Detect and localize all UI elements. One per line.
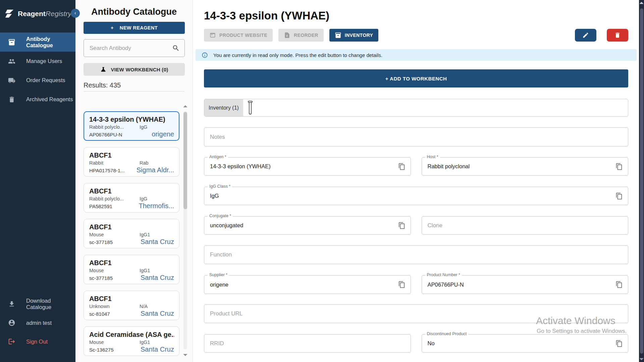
scroll-down-icon[interactable] <box>639 358 644 361</box>
clone-placeholder: Clone <box>422 217 628 234</box>
antibody-card[interactable]: Acid Ceramidase (ASA ge... MouseIgG1 Sc-… <box>84 326 179 356</box>
account-circle-icon <box>8 319 15 326</box>
copy-icon[interactable] <box>615 340 623 347</box>
antibody-card[interactable]: ABCF1 MouseIgG1 sc-377185Santa Cruz <box>84 219 179 248</box>
product-number-label: Product Number * <box>425 273 462 277</box>
antibody-card[interactable]: ABCF1 MouseIgG1 sc-377185Santa Cruz <box>84 255 179 284</box>
new-reagent-label: NEW REAGENT <box>120 25 158 31</box>
antibody-card[interactable]: ABCF1 Rabbit polyclo...IgG PA582591Therm… <box>84 183 179 213</box>
product-number-field[interactable]: Product Number * AP06766PU-N <box>422 275 629 294</box>
rrid-placeholder: RRID <box>204 335 411 352</box>
card-supplier: Santa Cruz <box>141 346 174 353</box>
catalogue-title: Antibody Catalogue <box>75 7 193 17</box>
host-value: Rabbit polyclonal <box>422 158 628 175</box>
brand-name: ReagentRegistry <box>18 10 71 18</box>
sidebar-item-archived-reagents[interactable]: Archived Reagents <box>0 90 75 109</box>
clone-field[interactable]: Clone <box>422 216 629 235</box>
card-igg-class: IgG <box>140 124 147 130</box>
host-field[interactable]: Host * Rabbit polyclonal <box>422 157 629 176</box>
scroll-up-icon[interactable] <box>639 1 644 4</box>
copy-icon[interactable] <box>398 281 406 288</box>
card-host: Mouse <box>89 232 140 237</box>
sidebar-item-manage-users[interactable]: Manage Users <box>0 52 75 71</box>
sidebar-item-sign-out[interactable]: Sign Out <box>0 332 75 351</box>
card-product-code: HPA017578-1... <box>89 168 125 173</box>
antibody-card[interactable]: ABCF1 RabbitRab HPA017578-1...Sigma Aldr… <box>84 147 179 177</box>
reorder-button[interactable]: REORDER <box>278 29 324 42</box>
sidebar-item-label: Archived Reagents <box>26 96 73 103</box>
discontinued-label: Discontinued Product <box>425 331 469 336</box>
sidebar-item-antibody-catalogue[interactable]: Antibody Catalogue <box>0 33 75 52</box>
igg-class-field[interactable]: IgG Class * IgG <box>204 187 628 205</box>
product-website-button[interactable]: PRODUCT WEBSITE <box>204 29 273 42</box>
file-dollar-icon <box>284 32 290 39</box>
search-icon <box>172 44 180 52</box>
copy-icon[interactable] <box>398 163 406 170</box>
product-number-value: AP06766PU-N <box>422 276 628 294</box>
inventory-section: Inventory (1) <box>204 99 628 117</box>
sidebar-item-download-catalogue[interactable]: Download Catalogue <box>0 295 75 313</box>
product-url-field[interactable]: Product URL <box>204 304 628 323</box>
card-name: ABCF1 <box>89 259 174 267</box>
info-icon <box>202 52 208 58</box>
antigen-label: Antigen * <box>208 155 228 159</box>
card-name: Acid Ceramidase (ASA ge... <box>89 331 174 339</box>
discontinued-product-field[interactable]: Discontinued Product No <box>422 334 629 353</box>
new-reagent-button[interactable]: + NEW REAGENT <box>84 22 185 34</box>
search-input[interactable]: Search Antibody <box>84 39 185 57</box>
card-host: Rabbit polyclo... <box>89 196 140 201</box>
window-scrollbar[interactable] <box>639 0 644 362</box>
sidebar-item-user-account[interactable]: admin test <box>0 313 75 332</box>
antibody-card-list: 14-3-3 epsilon (YWHAE) Rabbit polyclo...… <box>84 111 179 356</box>
add-to-workbench-button[interactable]: + ADD TO WORKBENCH <box>204 69 628 87</box>
antibody-card[interactable]: 14-3-3 epsilon (YWHAE) Rabbit polyclo...… <box>84 111 179 141</box>
scroll-up-icon[interactable] <box>183 105 188 108</box>
inventory-box-icon <box>8 39 15 46</box>
inventory-button[interactable]: INVENTORY <box>329 29 379 42</box>
card-igg-class: IgG <box>140 196 147 201</box>
card-supplier: Sigma Aldr... <box>137 166 174 174</box>
copy-icon[interactable] <box>615 163 623 170</box>
inventory-tab[interactable]: Inventory (1) <box>204 99 243 116</box>
sidebar: ReagentRegistry Antibody Catalogue Manag… <box>0 0 75 362</box>
view-workbench-button[interactable]: VIEW WORKBENCH (0) <box>84 63 185 76</box>
plus-icon: + <box>111 25 114 31</box>
notes-field[interactable]: Notes <box>204 127 628 146</box>
delete-button[interactable] <box>607 29 628 42</box>
scrollbar-thumb[interactable] <box>183 112 187 209</box>
download-icon <box>8 300 15 308</box>
sidebar-item-label: Antibody Catalogue <box>26 36 75 49</box>
antibody-card[interactable]: ABCF1 UnknownN/A sc-81047Santa Cruz <box>84 291 179 320</box>
edit-button[interactable] <box>575 29 596 42</box>
conjugate-value: unconjugated <box>204 217 411 234</box>
copy-icon[interactable] <box>615 192 623 200</box>
sidebar-item-order-requests[interactable]: Order Requests <box>0 71 75 90</box>
divider <box>84 91 184 92</box>
search-placeholder: Search Antibody <box>90 45 172 52</box>
card-product-code: sc-81047 <box>89 311 110 317</box>
trash-icon <box>614 32 621 39</box>
list-scrollbar[interactable] <box>183 106 187 355</box>
people-icon <box>8 58 15 65</box>
sidebar-item-label: Manage Users <box>26 58 62 64</box>
sidebar-item-label: Sign Out <box>26 339 48 345</box>
product-url-placeholder: Product URL <box>204 305 628 323</box>
antigen-field[interactable]: Antigen * 14-3-3 epsilon (YWHAE) <box>204 157 411 176</box>
scrollbar-thumb[interactable] <box>640 8 643 354</box>
function-field[interactable]: Function <box>204 245 628 264</box>
copy-icon[interactable] <box>615 281 623 288</box>
rrid-field[interactable]: RRID <box>204 334 411 353</box>
sidebar-collapse-button[interactable] <box>71 9 80 18</box>
scroll-down-icon[interactable] <box>183 353 188 357</box>
supplier-label: Supplier * <box>208 273 229 277</box>
copy-icon[interactable] <box>398 222 406 229</box>
trash-icon <box>8 96 15 103</box>
card-supplier: origene <box>152 130 174 138</box>
conjugate-field[interactable]: Conjugate * unconjugated <box>204 216 411 235</box>
card-name: ABCF1 <box>89 152 174 159</box>
card-product-code: AP06766PU-N <box>89 132 122 137</box>
supplier-field[interactable]: Supplier * origene <box>204 275 411 294</box>
results-count: Results: 435 <box>84 81 121 89</box>
brand-icon <box>5 9 14 18</box>
sidebar-item-label: Order Requests <box>26 77 65 83</box>
